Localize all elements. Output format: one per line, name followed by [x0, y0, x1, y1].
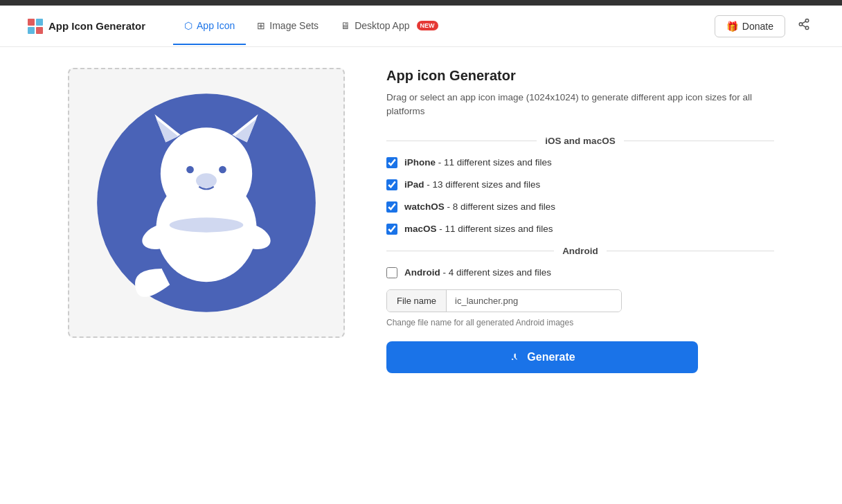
- logo-area: App Icon Generator: [28, 19, 145, 34]
- watchos-checkbox-item: watchOS - 8 different sizes and files: [386, 201, 774, 213]
- android-section-label: Android: [562, 246, 598, 256]
- desktop-app-tab-icon: 🖥: [341, 20, 350, 31]
- android-section-header: Android: [386, 246, 774, 256]
- donate-label: Donate: [742, 21, 773, 32]
- android-checkbox-item: Android - 4 different sizes and files: [386, 267, 774, 278]
- svg-point-17: [170, 217, 244, 232]
- filename-input[interactable]: [447, 290, 621, 312]
- tab-desktop-app[interactable]: 🖥 Desktop App NEW: [330, 8, 449, 45]
- logo-text: App Icon Generator: [48, 20, 145, 32]
- top-bar: [0, 0, 842, 6]
- generate-label: Generate: [527, 351, 575, 363]
- tab-image-sets-label: Image Sets: [269, 20, 319, 31]
- donate-icon: 🎁: [726, 21, 738, 32]
- svg-point-10: [186, 166, 194, 174]
- github-cat-image: [96, 92, 317, 314]
- new-badge: NEW: [417, 21, 438, 30]
- app-icon-tab-icon: ⬡: [184, 20, 192, 31]
- donate-button[interactable]: 🎁 Donate: [715, 15, 785, 37]
- ipad-checkbox-item: iPad - 13 different sizes and files: [386, 179, 774, 190]
- iphone-label-bold: iPhone: [404, 157, 436, 168]
- android-section-line-left: [386, 251, 554, 251]
- ios-section-line-left: [386, 141, 537, 141]
- tab-desktop-app-label: Desktop App: [355, 20, 409, 31]
- android-section: Android Android - 4 different sizes and …: [386, 246, 774, 327]
- macos-label-desc: - 11 different sizes and files: [439, 224, 553, 234]
- share-button[interactable]: [794, 14, 814, 38]
- watchos-label-bold: watchOS: [404, 201, 445, 212]
- svg-line-3: [802, 25, 805, 27]
- iphone-checkbox[interactable]: [386, 157, 397, 168]
- generate-button[interactable]: Generate: [386, 341, 698, 373]
- macos-checkbox-item: macOS - 11 different sizes and files: [386, 224, 774, 235]
- ipad-checkbox[interactable]: [386, 179, 397, 190]
- android-label[interactable]: Android - 4 different sizes and files: [404, 267, 551, 278]
- iphone-label-desc: - 11 different sizes and files: [438, 157, 552, 168]
- tab-app-icon-label: App Icon: [197, 20, 235, 31]
- tab-image-sets[interactable]: ⊞ Image Sets: [246, 8, 330, 45]
- logo-cell-1: [28, 19, 35, 26]
- nav-tabs: ⬡ App Icon ⊞ Image Sets 🖥 Desktop App NE…: [173, 8, 715, 45]
- macos-label-bold: macOS: [404, 224, 437, 234]
- right-panel: App icon Generator Drag or select an app…: [386, 68, 774, 373]
- macos-checkbox[interactable]: [386, 224, 397, 235]
- generate-icon: [509, 351, 521, 363]
- panel-title: App icon Generator: [386, 68, 774, 84]
- header-right: 🎁 Donate: [715, 14, 814, 38]
- watchos-checkbox[interactable]: [386, 201, 397, 213]
- watchos-label[interactable]: watchOS - 8 different sizes and files: [404, 201, 555, 212]
- android-checkbox[interactable]: [386, 267, 397, 278]
- ipad-label-desc: - 13 different sizes and files: [427, 179, 540, 190]
- svg-rect-18: [515, 353, 517, 357]
- svg-line-4: [802, 21, 805, 24]
- ipad-label-bold: iPad: [404, 179, 424, 190]
- logo-icon: [28, 19, 43, 34]
- logo-cell-2: [36, 19, 43, 26]
- watchos-label-desc: - 8 different sizes and files: [447, 201, 556, 212]
- filename-label: File name: [387, 290, 447, 312]
- image-sets-tab-icon: ⊞: [257, 20, 265, 31]
- logo-cell-4: [36, 27, 43, 34]
- panel-desc: Drag or select an app icon image (1024x1…: [386, 91, 774, 119]
- ios-section-label: iOS and macOS: [545, 136, 615, 146]
- android-section-line-right: [607, 251, 774, 251]
- filename-row: File name: [386, 289, 622, 312]
- filename-hint: Change file name for all generated Andro…: [386, 318, 774, 327]
- macos-label[interactable]: macOS - 11 different sizes and files: [404, 224, 553, 234]
- ios-section-line-right: [624, 141, 774, 141]
- ios-section-header: iOS and macOS: [386, 136, 774, 146]
- android-label-desc: - 4 different sizes and files: [443, 267, 552, 278]
- main-content: App icon Generator Drag or select an app…: [40, 47, 802, 394]
- tab-app-icon[interactable]: ⬡ App Icon: [173, 8, 246, 45]
- iphone-label[interactable]: iPhone - 11 different sizes and files: [404, 157, 552, 168]
- svg-point-11: [219, 166, 226, 174]
- iphone-checkbox-item: iPhone - 11 different sizes and files: [386, 157, 774, 168]
- header: App Icon Generator ⬡ App Icon ⊞ Image Se…: [0, 6, 842, 47]
- svg-point-12: [196, 173, 217, 188]
- ipad-label[interactable]: iPad - 13 different sizes and files: [404, 179, 540, 190]
- android-label-bold: Android: [404, 267, 440, 278]
- image-drop-zone[interactable]: [68, 68, 345, 338]
- logo-cell-3: [28, 27, 35, 34]
